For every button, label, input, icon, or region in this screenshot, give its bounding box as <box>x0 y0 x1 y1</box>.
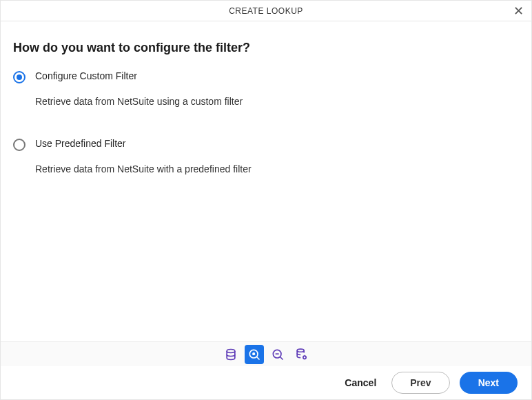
svg-line-5 <box>280 357 283 359</box>
svg-point-3 <box>252 352 255 355</box>
wizard-stepper <box>1 341 531 366</box>
next-button[interactable]: Next <box>460 372 518 394</box>
option-predefined-filter[interactable]: Use Predefined Filter Retrieve data from… <box>13 138 519 175</box>
radio-predefined-filter[interactable] <box>13 139 25 154</box>
option-text: Configure Custom Filter Retrieve data fr… <box>35 70 243 108</box>
svg-point-7 <box>297 349 304 352</box>
create-lookup-modal: CREATE LOOKUP ✕ How do you want to confi… <box>0 0 532 400</box>
prev-button[interactable]: Prev <box>391 372 449 394</box>
close-button[interactable]: ✕ <box>511 3 526 19</box>
option-description: Retrieve data from NetSuite using a cust… <box>35 96 243 107</box>
modal-body: How do you want to configure the filter?… <box>1 21 531 341</box>
step-zoom-out-icon[interactable] <box>268 345 287 364</box>
radio-input-predefined[interactable] <box>13 139 25 151</box>
svg-line-2 <box>257 357 260 359</box>
step-database-icon[interactable] <box>221 345 241 364</box>
step-database-settings-icon[interactable] <box>291 345 311 364</box>
option-text: Use Predefined Filter Retrieve data from… <box>35 138 252 175</box>
page-question: How do you want to configure the filter? <box>13 41 519 55</box>
option-label: Configure Custom Filter <box>35 70 243 81</box>
radio-custom-filter[interactable] <box>13 71 25 86</box>
step-search-settings-icon[interactable] <box>245 345 264 364</box>
option-custom-filter[interactable]: Configure Custom Filter Retrieve data fr… <box>13 70 519 108</box>
modal-header: CREATE LOOKUP ✕ <box>1 1 531 21</box>
option-description: Retrieve data from NetSuite with a prede… <box>35 163 252 174</box>
radio-input-custom[interactable] <box>13 71 25 83</box>
close-icon: ✕ <box>513 5 524 17</box>
svg-point-0 <box>227 349 235 352</box>
modal-footer: Cancel Prev Next <box>1 366 531 399</box>
modal-title: CREATE LOOKUP <box>229 6 303 16</box>
cancel-button[interactable]: Cancel <box>339 373 382 392</box>
option-label: Use Predefined Filter <box>35 138 252 149</box>
